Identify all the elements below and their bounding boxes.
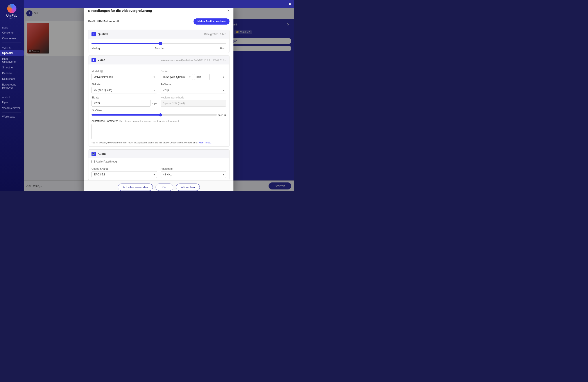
sidebar: UniFab 2.0.3.4 Basic Converter Compresso…: [0, 0, 24, 191]
quality-file-size: Dateigröße: 59 MB: [204, 33, 226, 36]
slider-high-label: Hoch: [220, 47, 226, 50]
audio-title: 🔊 Audio: [91, 152, 106, 156]
modell-field: Modell i Universalmodell ▼: [91, 70, 157, 80]
bildrate-label: Bildrate: [91, 83, 157, 86]
zusatz-textarea[interactable]: [91, 124, 226, 139]
bitdepth-select[interactable]: 8bit: [194, 74, 210, 80]
close-icon[interactable]: ✕: [289, 2, 291, 6]
video-form-grid: Modell i Universalmodell ▼: [91, 70, 226, 107]
sidebar-item-upscaler[interactable]: Upscaler: [0, 50, 24, 56]
audio-grid: Codec &Kanal EAC3 5.1 ▼ Abtastrate: [88, 165, 229, 180]
main-content: ☰ ─ □ ✕ + Vid... ⊞ Trimm...: [24, 0, 294, 191]
video-section-header: ▶ Video Informationen zum Quellvideo: 64…: [88, 56, 229, 64]
content-area: + Vid... ⊞ Trimm... Bereit zum Start ✕: [24, 8, 294, 191]
quality-body: Niedrig Standard Hoch: [88, 39, 229, 53]
aufloesung-field: Auflösung 720p ▼: [161, 83, 226, 93]
bildrate-field: Bildrate 25 (Wie Quelle) ▼: [91, 83, 157, 93]
bits-slider-row: 0.34 ▲▼: [91, 113, 226, 117]
sidebar-divider-3: [2, 112, 21, 113]
video-body: Modell i Universalmodell ▼: [88, 64, 229, 146]
codec-row: H264 (Wie Quelle) ▼ 8bit ▼: [161, 74, 226, 80]
quality-title: ≡ Qualität: [91, 32, 108, 36]
abtastrate-select-wrapper: 48 KHz ▼: [161, 171, 226, 178]
passthrough-row: Audio-Passthrough: [88, 158, 229, 165]
quality-slider-row: Niedrig Standard Hoch: [91, 41, 226, 50]
bildrate-select[interactable]: 25 (Wie Quelle): [91, 87, 157, 93]
passthrough-checkbox[interactable]: [91, 160, 95, 163]
video-icon: ▶: [91, 58, 96, 62]
modal-close-button[interactable]: ×: [227, 8, 230, 13]
minimize-icon[interactable]: ─: [279, 2, 282, 6]
profil-bar: Profil MP4.Enhancer.AI Meine Profil spei…: [84, 16, 233, 27]
audio-codec-select-wrapper: EAC3 5.1 ▼: [91, 171, 157, 178]
video-section: ▶ Video Informationen zum Quellvideo: 64…: [88, 56, 230, 147]
audio-codec-select[interactable]: EAC3 5.1: [91, 171, 157, 178]
source-info: Informationen zum Quellvideo: 640x360 | …: [161, 59, 226, 61]
maximize-icon[interactable]: □: [284, 2, 286, 6]
logo-area: UniFab 2.0.3.4: [5, 2, 19, 21]
bitrate-unit: kbps: [152, 102, 157, 105]
sidebar-item-smoother[interactable]: Smoother: [0, 65, 24, 70]
audio-ai-section-label: Audio AI: [0, 95, 24, 100]
codec-label: Codec: [161, 70, 226, 73]
cancel-button[interactable]: Abbrechen: [176, 183, 200, 191]
bitrate-input[interactable]: [91, 100, 151, 107]
video-ai-section-label: Video AI: [0, 46, 24, 50]
slider-thumb[interactable]: [159, 42, 162, 45]
bits-slider[interactable]: [91, 114, 217, 116]
profil-info: Profil MP4.Enhancer.AI: [88, 20, 119, 23]
sidebar-item-upmix[interactable]: Upmix: [0, 100, 24, 105]
quality-section-header: ≡ Qualität Dateigröße: 59 MB: [88, 30, 229, 39]
codec-select-wrapper: H264 (Wie Quelle) ▼: [161, 74, 193, 80]
aufloesung-label: Auflösung: [161, 83, 226, 86]
apply-all-button[interactable]: Auf allen anwenden: [118, 183, 153, 191]
app-logo-icon: [7, 4, 17, 13]
sidebar-item-compressor[interactable]: Compressor: [0, 36, 24, 41]
sidebar-item-workspace[interactable]: Workspace: [0, 114, 24, 120]
bits-pixel-label: Bits/Pixel: [91, 109, 226, 112]
abtastrate-select[interactable]: 48 KHz: [161, 171, 226, 178]
audio-section: 🔊 Audio Audio-Passthrough Codec &Kanal: [88, 149, 230, 180]
quality-slider[interactable]: [91, 41, 226, 46]
bitdepth-arrow-icon: ▼: [222, 76, 224, 78]
quality-section: ≡ Qualität Dateigröße: 59 MB: [88, 30, 230, 53]
modal-overlay: Einstellungen für die Videovergrößerung …: [24, 8, 294, 191]
settings-modal: Einstellungen für die Videovergrößerung …: [84, 8, 233, 191]
slider-std-label: Standard: [155, 47, 166, 50]
modal-title: Einstellungen für die Videovergrößerung: [88, 9, 152, 13]
ok-button[interactable]: OK: [156, 183, 173, 191]
modell-info-icon[interactable]: i: [100, 70, 103, 73]
sidebar-item-deinterlace[interactable]: Deinterlace: [0, 76, 24, 82]
zusatz-section: Zusätzliche Parameter (Die obigen Parame…: [91, 119, 226, 144]
bits-fill: [91, 114, 160, 116]
sidebar-item-hdr-upconverter[interactable]: HDR Upconverter: [0, 56, 24, 65]
zusatz-label-row: Zusätzliche Parameter (Die obigen Parame…: [91, 119, 226, 122]
sidebar-divider: [2, 42, 21, 43]
modell-label: Modell i: [91, 70, 157, 73]
bits-thumb[interactable]: [159, 113, 162, 117]
aufloesung-select-wrapper: 720p ▼: [161, 87, 226, 93]
bitdepth-select-wrapper: 8bit ▼: [194, 74, 226, 80]
slider-low-label: Niedrig: [91, 47, 100, 50]
passthrough-label: Audio-Passthrough: [96, 160, 118, 163]
mehr-infos-link[interactable]: Mehr Infos...: [199, 141, 212, 144]
sidebar-item-converter[interactable]: Converter: [0, 30, 24, 36]
bits-stepper-up[interactable]: ▲▼: [224, 113, 226, 117]
hamburger-icon[interactable]: ☰: [274, 2, 277, 6]
codec-select[interactable]: H264 (Wie Quelle): [161, 74, 193, 80]
bitrate-field: Bitrate kbps: [91, 96, 157, 107]
video-title: ▶ Video: [91, 58, 105, 62]
bits-pixel-section: Bits/Pixel 0.34 ▲▼: [91, 109, 226, 117]
save-profil-button[interactable]: Meine Profil speichern: [193, 19, 230, 24]
modell-select[interactable]: Universalmodell: [91, 74, 157, 80]
profil-value: MP4.Enhancer.AI: [97, 20, 119, 23]
sidebar-item-vocal-remover[interactable]: Vocal Remover: [0, 105, 24, 111]
aufloesung-select[interactable]: 720p: [161, 87, 226, 93]
slider-bg: [91, 43, 226, 44]
sidebar-item-denoise[interactable]: Denoise: [0, 70, 24, 76]
sidebar-item-background-remover[interactable]: Background Remover: [0, 82, 24, 91]
modal-header: Einstellungen für die Videovergrößerung …: [84, 8, 233, 16]
sidebar-divider-2: [2, 92, 21, 92]
audio-section-header: 🔊 Audio: [88, 150, 229, 158]
kodierung-field: Kodierungsmethode 1-pass CBR (Fast): [161, 96, 226, 107]
